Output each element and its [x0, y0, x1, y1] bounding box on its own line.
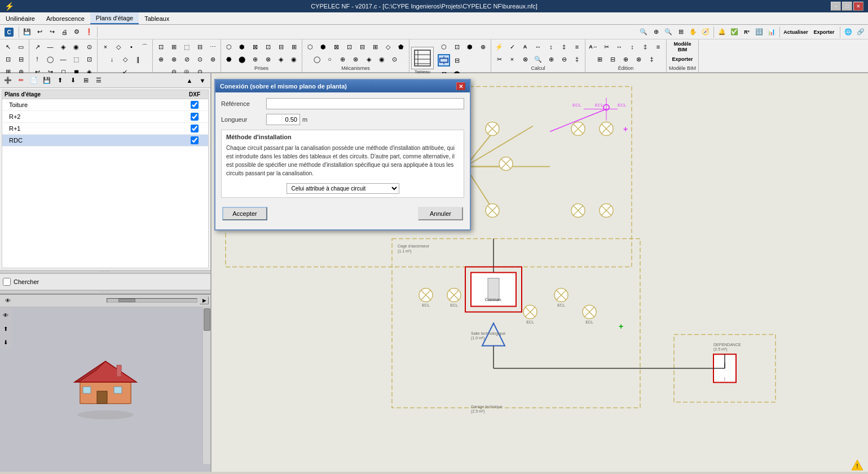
tb-zoom-in-btn[interactable]: 🔍	[637, 26, 650, 38]
tb-tab1-btn[interactable]: ⬡	[438, 41, 450, 53]
floor-row-rdc[interactable]: RDC	[2, 135, 208, 147]
tb-calc13-btn[interactable]: ⊖	[558, 53, 570, 65]
tb-mec2-btn[interactable]: ⬢	[317, 41, 329, 53]
tb-prise9-btn[interactable]: ⊕	[249, 53, 261, 65]
preview-icon1-btn[interactable]: 👁	[0, 309, 12, 322]
tb-tableau-big-btn[interactable]	[411, 47, 434, 69]
tb-calc2-btn[interactable]: ✓	[506, 41, 518, 53]
tb-zoom-out-btn[interactable]: 🔍	[662, 26, 675, 38]
dialog[interactable]: Conexión (sobre el mismo plano de planta…	[214, 79, 471, 231]
tb-rect-btn[interactable]: ▭	[15, 41, 27, 53]
tb-edit10-btn[interactable]: ⊗	[633, 53, 645, 65]
tb-bim-btn[interactable]: 🌐	[842, 26, 854, 38]
tb-edit6-btn[interactable]: ≡	[652, 41, 664, 53]
tb-prise8-btn[interactable]: ⬤	[236, 53, 248, 65]
tb-more2-btn[interactable]: 📊	[765, 26, 778, 38]
tb-ecl5-btn[interactable]: ⋯	[206, 41, 219, 53]
tb-edit8-btn[interactable]: ⊟	[607, 53, 619, 65]
tb-prise6-btn[interactable]: ⊞	[288, 41, 300, 53]
tb-zoom-fit-btn[interactable]: ⊞	[675, 26, 687, 38]
floor-row-toiture[interactable]: Toiture	[2, 99, 208, 111]
tb-calc9-btn[interactable]: ×	[506, 53, 518, 65]
tb-mec4-btn[interactable]: ⊡	[343, 41, 355, 53]
tb-conn4-btn[interactable]: ⌒	[138, 41, 151, 53]
tb-calc12-btn[interactable]: ⊕	[545, 53, 557, 65]
preview-icon3-btn[interactable]: ⬇	[0, 336, 12, 349]
tb-ecl3-btn[interactable]: ⬚	[180, 41, 193, 53]
floor-row-r2[interactable]: R+2	[2, 111, 208, 123]
floor-checkbox-r1[interactable]	[191, 125, 199, 132]
dialog-title-bar[interactable]: Conexión (sobre el mismo plano de planta…	[215, 80, 470, 92]
tb-mec12-btn[interactable]: ⊗	[350, 53, 362, 65]
tb-bim-refresh-btn[interactable]: Modèle BIM	[668, 41, 697, 53]
tb-tab4-btn[interactable]: ⊕	[477, 41, 489, 53]
tb-calc14-btn[interactable]: ‡	[571, 53, 583, 65]
tb-edit11-btn[interactable]: ‡	[646, 53, 658, 65]
menu-arborescence[interactable]: Arborescence	[41, 12, 90, 24]
menu-unilineaire[interactable]: Unilinéaire	[0, 12, 41, 24]
tb-mec15-btn[interactable]: ⊙	[389, 53, 401, 65]
tb-inst5-btn[interactable]: ⊙	[83, 41, 95, 53]
tb-calc8-btn[interactable]: ✂	[493, 53, 505, 65]
tb-logo-btn[interactable]: C	[1, 25, 17, 39]
maximize-button[interactable]: □	[842, 2, 852, 11]
tb-warning-btn[interactable]: 🔔	[716, 26, 728, 38]
tb-conn1-btn[interactable]: ×	[99, 41, 112, 53]
up-floor-btn[interactable]: ⬆	[54, 74, 66, 87]
tb-prise11-btn[interactable]: ◈	[275, 53, 287, 65]
preview-vscroll-thumb[interactable]	[204, 308, 210, 331]
methode-select-input[interactable]: Celui attribué à chaque circuit	[287, 183, 399, 194]
tb-prise7-btn[interactable]: ⬣	[223, 53, 235, 65]
floor-checkbox-rdc[interactable]	[191, 136, 199, 144]
tb-calc3-btn[interactable]: A	[519, 41, 531, 53]
tb-inst7-btn[interactable]: ◯	[44, 53, 56, 65]
tb-mec3-btn[interactable]: ⊠	[330, 41, 342, 53]
tb-more1-btn[interactable]: 🔢	[753, 26, 765, 38]
tb-inst2-btn[interactable]: —	[44, 41, 56, 53]
copy-floor-btn[interactable]: 📄	[28, 74, 40, 87]
tb-nav-btn[interactable]: 🧭	[699, 26, 712, 38]
search-checkbox[interactable]	[3, 278, 11, 286]
tb-tab3-btn[interactable]: ⬢	[464, 41, 476, 53]
tb-conn2-btn[interactable]: ◇	[112, 41, 125, 53]
reference-input[interactable]	[266, 98, 464, 109]
tb-mec1-btn[interactable]: ⬡	[304, 41, 316, 53]
longueur-input[interactable]	[266, 114, 300, 125]
tb-ecl6-btn[interactable]: ⊕	[155, 53, 167, 65]
tb-edit1-btn[interactable]: A↔	[587, 41, 600, 53]
tb-settings-btn[interactable]: ⚙	[71, 26, 83, 38]
tb-inst1-btn[interactable]: ↗	[31, 41, 43, 53]
tb-inst9-btn[interactable]: ⬚	[70, 53, 82, 65]
save-floor-btn[interactable]: 💾	[41, 74, 53, 87]
tb-ecl2-btn[interactable]: ⊞	[168, 41, 180, 53]
add-floor-btn[interactable]: ➕	[2, 74, 14, 87]
tb-calc11-btn[interactable]: 🔍	[532, 53, 544, 65]
tb-conn6-btn[interactable]: ◇	[119, 53, 131, 65]
tb-edit5-btn[interactable]: ‡	[639, 41, 651, 53]
tb-inst4-btn[interactable]: ◉	[70, 41, 82, 53]
tb-ecl7-btn[interactable]: ⊗	[168, 53, 180, 65]
tb-calc5-btn[interactable]: ↕	[545, 41, 557, 53]
preview-3d-btn[interactable]: 👁	[2, 294, 14, 307]
sort-desc-btn[interactable]: ▼	[196, 74, 209, 87]
tb-mec7-btn[interactable]: ◇	[382, 41, 394, 53]
menu-plans-etage[interactable]: Plans d'étage	[90, 12, 139, 24]
tb-mec10-btn[interactable]: ○	[324, 53, 336, 65]
tb-inst8-btn[interactable]: —	[57, 53, 69, 65]
close-button[interactable]: ✕	[853, 2, 863, 11]
tb-mec5-btn[interactable]: ⊟	[356, 41, 368, 53]
floor-checkbox-toiture[interactable]	[191, 101, 199, 109]
tb-edit7-btn[interactable]: ⊞	[594, 53, 606, 65]
edit-floor-btn[interactable]: ✏	[15, 74, 27, 87]
tb-r2-btn[interactable]: R²	[741, 26, 753, 38]
tb-bim-export-btn[interactable]: Exporter	[668, 53, 697, 65]
tb-ecl9-btn[interactable]: ⊙	[193, 53, 206, 65]
tb-edit2-btn[interactable]: ✂	[600, 41, 613, 53]
tb-check-btn[interactable]: ✅	[728, 26, 741, 38]
cancel-button[interactable]: Annuler	[418, 207, 463, 220]
tb-mec8-btn[interactable]: ⬟	[395, 41, 407, 53]
tb-prise10-btn[interactable]: ⊗	[262, 53, 274, 65]
tb-mec9-btn[interactable]: ◯	[311, 53, 323, 65]
tb-print-btn[interactable]: 🖨	[58, 26, 71, 38]
preview-icon2-btn[interactable]: ⬆	[0, 323, 12, 335]
